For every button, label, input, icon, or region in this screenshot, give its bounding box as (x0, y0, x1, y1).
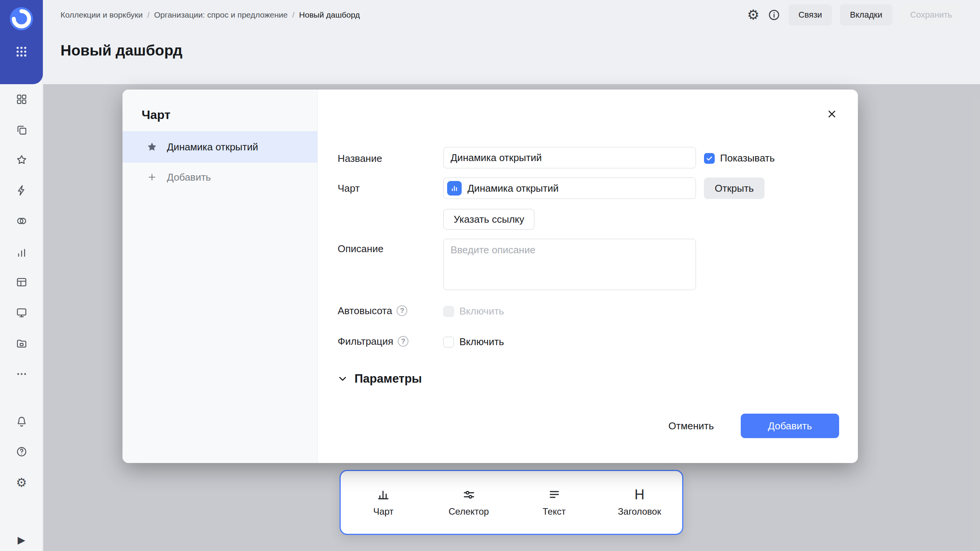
chart-select-value: Динамика открытий (467, 183, 559, 194)
breadcrumb-separator: / (147, 10, 150, 20)
chart-select-input[interactable]: Динамика открытий (443, 178, 696, 199)
toolbar-item-chart[interactable]: Чарт (341, 471, 426, 534)
filtering-checkbox-row: Включить (443, 336, 504, 348)
filtering-field-label: Фильтрация ? (338, 334, 408, 349)
folder-icon[interactable] (0, 337, 43, 349)
show-checkbox[interactable] (704, 153, 715, 164)
show-checkbox-label: Показывать (720, 152, 775, 164)
expand-sidebar-icon[interactable]: ▶ (0, 534, 43, 546)
breadcrumb-workbook[interactable]: Организации: спрос и предложение (154, 10, 287, 20)
toolbar-item-label: Селектор (449, 506, 489, 517)
dialog-left-panel: Чарт Динамика открытий Добавить (122, 90, 318, 463)
app-root: ⚙ ▶ Коллекции и воркбуки / Организации: … (0, 0, 980, 551)
breadcrumb-collections[interactable]: Коллекции и воркбуки (60, 10, 143, 20)
info-icon[interactable] (768, 8, 781, 21)
links-button[interactable]: Связи (789, 4, 832, 26)
heading-icon: H (635, 488, 645, 502)
favorites-icon[interactable] (0, 154, 43, 166)
dialog-title: Чарт (142, 107, 170, 122)
gear-icon[interactable]: ⚙ (747, 9, 759, 21)
sidebar-brand-block (0, 0, 43, 84)
notifications-icon[interactable] (0, 416, 43, 427)
filtering-help-icon[interactable]: ? (398, 336, 408, 347)
add-chart-dialog: Чарт Динамика открытий Добавить Название (122, 90, 858, 463)
plus-icon (147, 172, 157, 182)
close-icon[interactable] (824, 106, 840, 122)
selector-icon (462, 488, 476, 502)
workbooks-icon[interactable] (0, 124, 43, 136)
star-icon (146, 141, 158, 153)
toolbar-item-label: Заголовок (618, 506, 661, 517)
add-item-button[interactable]: Добавить (122, 168, 317, 186)
autoheight-checkbox[interactable] (443, 306, 454, 317)
toolbar-item-heading[interactable]: H Заголовок (597, 471, 682, 534)
autoheight-field-label: Автовысота ? (338, 303, 407, 318)
help-icon[interactable] (0, 446, 43, 458)
save-button[interactable]: Сохранить (900, 4, 962, 26)
list-item-label: Динамика открытий (167, 141, 258, 153)
breadcrumb-current: Новый дашборд (299, 10, 360, 20)
presentation-icon[interactable] (0, 307, 43, 319)
name-input[interactable] (443, 147, 696, 168)
header: Коллекции и воркбуки / Организации: спро… (43, 0, 980, 30)
dashboards-icon[interactable] (0, 93, 43, 105)
apps-grid-icon[interactable] (0, 45, 43, 58)
text-icon (547, 488, 561, 502)
toolbar-item-label: Чарт (373, 506, 394, 517)
tabs-button[interactable]: Вкладки (840, 4, 892, 26)
add-item-label: Добавить (167, 171, 211, 183)
datasets-icon[interactable] (0, 215, 43, 227)
specify-link-button[interactable]: Указать ссылку (443, 209, 534, 230)
description-textarea[interactable] (443, 239, 696, 290)
params-section-toggle[interactable]: Параметры (337, 372, 422, 386)
filtering-checkbox[interactable] (443, 337, 454, 347)
datalens-logo-icon[interactable] (9, 6, 34, 31)
check-icon (706, 155, 713, 162)
toolbar-item-selector[interactable]: Селектор (426, 471, 511, 534)
table-icon[interactable] (0, 276, 43, 288)
toolbar-item-text[interactable]: Текст (511, 471, 597, 534)
widget-toolbar: Чарт Селектор Текст H Заголовок (340, 470, 683, 535)
add-button[interactable]: Добавить (741, 414, 839, 438)
show-checkbox-row: Показывать (704, 152, 775, 164)
chart-type-icon (447, 181, 462, 196)
breadcrumb-separator: / (292, 10, 294, 20)
chart-field-label: Чарт (338, 181, 360, 196)
header-actions: ⚙ Связи Вкладки Сохранить (747, 0, 962, 30)
name-field-label: Название (338, 151, 382, 166)
page-title: Новый дашборд (60, 42, 183, 59)
more-icon[interactable] (0, 368, 43, 380)
connections-icon[interactable] (0, 184, 43, 196)
chevron-down-icon (337, 373, 348, 385)
params-section-label: Параметры (354, 372, 422, 386)
autoheight-checkbox-row: Включить (443, 305, 504, 317)
description-field-label: Описание (338, 242, 384, 256)
autoheight-checkbox-label: Включить (459, 305, 504, 317)
autoheight-help-icon[interactable]: ? (397, 305, 407, 316)
charts-icon[interactable] (0, 246, 43, 258)
filtering-checkbox-label: Включить (459, 336, 504, 348)
toolbar-item-label: Текст (542, 506, 565, 517)
settings-icon[interactable]: ⚙ (0, 476, 43, 489)
open-chart-button[interactable]: Открыть (704, 178, 764, 199)
breadcrumb: Коллекции и воркбуки / Организации: спро… (60, 0, 360, 30)
list-item[interactable]: Динамика открытий (122, 131, 317, 163)
chart-icon (377, 488, 390, 502)
cancel-button[interactable]: Отменить (657, 414, 725, 438)
dialog-form: Название Показывать Чарт Динамика открыт… (318, 90, 858, 463)
sidebar: ⚙ ▶ (0, 0, 43, 551)
